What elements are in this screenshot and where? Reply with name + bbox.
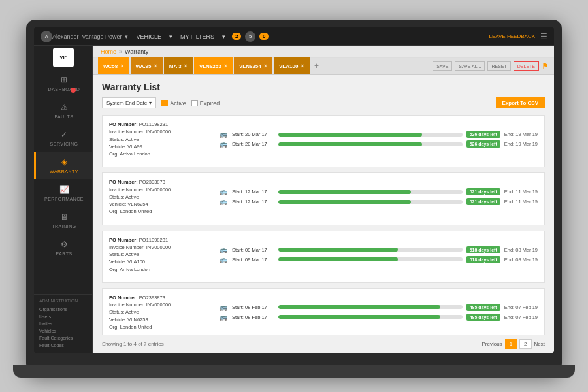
sidebar: VP ⊞ Dashboard ⚠ Faults ✓ Servicing ◈ [34, 46, 93, 353]
end-date-3-1: End: 07 Feb 19 [504, 314, 538, 320]
end-date-2-1: End: 08 Mar 19 [504, 257, 538, 263]
warranty-timeline-3: 🚌 Start: 08 Feb 17 485 days left End: 07… [219, 304, 538, 321]
start-date-3-0: Start: 08 Feb 17 [232, 304, 274, 310]
user-info: Alexander Vantage Power ▾ [52, 33, 128, 40]
bus-icon-3-0: 🚌 [219, 304, 228, 311]
sidebar-item-servicing[interactable]: ✓ Servicing [34, 124, 92, 152]
po-number-3: PO Number: PO2393873 [109, 294, 214, 301]
admin-link-fault-codes[interactable]: Fault Codes [39, 342, 87, 349]
tab-add-button[interactable]: + [311, 60, 323, 72]
sidebar-item-warranty[interactable]: ◈ Warranty [34, 152, 92, 179]
admin-link-vehicles[interactable]: Vehicles [39, 327, 87, 335]
pagination-next[interactable]: Next [534, 341, 545, 347]
feedback-link[interactable]: LEAVE FEEDBACK [489, 33, 535, 39]
chevron-icon-vehicle: ▾ [169, 33, 172, 40]
sidebar-item-performance[interactable]: 📈 Performance [34, 179, 92, 206]
org-0: Org: Arriva London [109, 150, 214, 157]
pagination-page2[interactable]: 2 [519, 339, 531, 349]
invoice-number-2: Invoice Number: INV000000 [109, 244, 214, 251]
page-body: Warranty List System End Date ▾ Active [93, 75, 554, 335]
tab-close-vla100[interactable]: × [301, 63, 304, 69]
warranty-list: PO Number: PO11098231 Invoice Number: IN… [102, 115, 545, 335]
save-all-button[interactable]: SAVE AL... [455, 61, 485, 71]
warranty-timeline-1: 🚌 Start: 12 Mar 17 521 days left End: 11… [219, 188, 538, 205]
admin-link-invites[interactable]: Invites [39, 320, 87, 327]
active-check[interactable] [161, 100, 168, 106]
sidebar-label-faults: Faults [55, 114, 74, 119]
save-button[interactable]: SAVE [433, 61, 452, 71]
reset-button[interactable]: RESET [487, 61, 510, 71]
laptop-screen: A Alexander Vantage Power ▾ VEHICLE ▾ MY… [34, 27, 554, 353]
pagination-page1[interactable]: 1 [505, 339, 517, 349]
nav-vehicle[interactable]: VEHICLE [136, 33, 161, 40]
nav-filters[interactable]: MY FILTERS [180, 33, 214, 40]
badge-1[interactable]: 2 [232, 33, 241, 40]
tab-close-wc58[interactable]: × [120, 63, 123, 69]
start-date-0-1: Start: 20 Mar 17 [232, 141, 274, 147]
tab-close-vln6253[interactable]: × [224, 63, 227, 69]
tab-vln6253[interactable]: VLN6253 × [194, 57, 233, 74]
admin-link-users[interactable]: Users [39, 313, 87, 320]
admin-link-organisations[interactable]: Organisations [39, 306, 87, 313]
sidebar-item-training[interactable]: 🖥 Training [34, 206, 92, 234]
status-0: Status: Active [109, 136, 214, 143]
tab-vln6254[interactable]: VLN6254 × [234, 57, 272, 74]
vehicle-1: Vehicle: VLN6254 [109, 201, 214, 208]
progress-bar-wrap-1-1 [278, 200, 463, 204]
sidebar-item-faults[interactable]: ⚠ Faults [34, 97, 92, 124]
breadcrumb-home[interactable]: Home [101, 48, 116, 55]
tab-close-wa95[interactable]: × [154, 63, 157, 69]
tab-close-vln6254[interactable]: × [264, 63, 267, 69]
performance-icon: 📈 [59, 184, 69, 195]
vehicle-0: Vehicle: VLA99 [109, 143, 214, 150]
chevron-down-icon: ▾ [149, 100, 152, 106]
progress-bar-wrap-3-1 [278, 315, 463, 319]
tab-wa95[interactable]: WA.95 × [131, 57, 163, 74]
warranty-info-2: PO Number: PO11098231 Invoice Number: IN… [109, 237, 214, 273]
expired-check[interactable] [191, 100, 198, 106]
settings-icon[interactable]: ☰ [540, 32, 547, 41]
user-name[interactable]: Alexander [52, 33, 79, 40]
tab-close-ma3[interactable]: × [184, 63, 188, 69]
pagination-prev[interactable]: Previous [482, 341, 502, 347]
org-1: Org: London United [109, 208, 214, 215]
pagination-info: Showing 1 to 4 of 7 entries [102, 341, 164, 347]
pagination-bar: Showing 1 to 4 of 7 entries Previous 1 2… [93, 335, 554, 353]
end-date-0-1: End: 19 Mar 19 [504, 141, 538, 147]
vp-logo-icon: VP [53, 48, 74, 67]
tab-wc58[interactable]: WC58 × [98, 57, 129, 74]
po-number-2: PO Number: PO11098231 [109, 237, 214, 244]
sidebar-logo: VP [34, 46, 92, 69]
badge-2[interactable]: 5 [245, 31, 255, 42]
timeline-row-0-0: 🚌 Start: 20 Mar 17 526 days left End: 19… [219, 131, 538, 138]
avatar: A [41, 31, 52, 42]
days-badge-1-0: 521 days left [466, 188, 500, 195]
delete-button[interactable]: DELETE [514, 61, 539, 71]
sidebar-item-parts[interactable]: ⚙ Parts [34, 234, 92, 261]
filter-active-checkbox[interactable]: Active [161, 100, 186, 106]
tab-ma3[interactable]: MA 3 × [164, 57, 193, 74]
invoice-number-0: Invoice Number: INV000000 [109, 128, 214, 135]
timeline-row-3-1: 🚌 Start: 08 Feb 17 485 days left End: 07… [219, 314, 538, 321]
export-csv-button[interactable]: Export To CSV [496, 97, 545, 108]
timeline-row-3-0: 🚌 Start: 08 Feb 17 485 days left End: 07… [219, 304, 538, 311]
bus-icon-2-0: 🚌 [219, 246, 228, 253]
parts-icon: ⚙ [59, 239, 69, 250]
timeline-row-1-0: 🚌 Start: 12 Mar 17 521 days left End: 11… [219, 188, 538, 195]
filter-date-select[interactable]: System End Date ▾ [102, 97, 156, 108]
tab-vla100[interactable]: VLA100 × [274, 57, 310, 74]
progress-bar-wrap-3-0 [278, 305, 463, 309]
badge-3[interactable]: 0 [259, 33, 269, 40]
warranty-icon: ◈ [59, 157, 69, 167]
timeline-row-2-0: 🚌 Start: 09 Mar 17 518 days left End: 08… [219, 246, 538, 253]
progress-bar-wrap-1-0 [278, 190, 463, 194]
filter-expired-checkbox[interactable]: Expired [191, 100, 220, 106]
admin-link-fault-categories[interactable]: Fault Categories [39, 335, 87, 342]
training-icon: 🖥 [59, 212, 69, 222]
end-date-1-1: End: 11 Mar 19 [504, 199, 538, 204]
warranty-timeline-0: 🚌 Start: 20 Mar 17 526 days left End: 19… [219, 131, 538, 148]
laptop-base [13, 365, 575, 378]
bus-icon-3-1: 🚌 [219, 314, 228, 321]
main-area: VP ⊞ Dashboard ⚠ Faults ✓ Servicing ◈ [34, 46, 554, 353]
sidebar-item-dashboard[interactable]: ⊞ Dashboard [34, 69, 92, 97]
